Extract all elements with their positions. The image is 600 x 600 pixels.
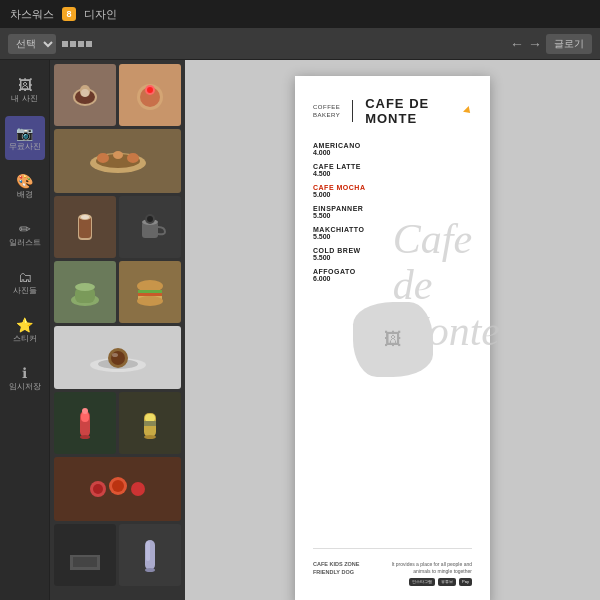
image-thumb-latte[interactable] bbox=[54, 196, 116, 258]
cafe-bakery-label: BAKERY bbox=[313, 111, 340, 119]
svg-point-10 bbox=[97, 153, 109, 163]
sidebar-item-photos[interactable]: 🗂 사진들 bbox=[5, 260, 45, 304]
image-thumb-coffee[interactable] bbox=[54, 64, 116, 126]
footer-kids-zone: CAFE KIDS ZONE bbox=[313, 561, 359, 567]
svg-point-33 bbox=[112, 353, 118, 357]
image-grid bbox=[54, 64, 181, 586]
svg-rect-39 bbox=[145, 414, 155, 422]
menu-name-americano: AMERICANO bbox=[313, 142, 472, 149]
menu-section: AMERICANO 4.000 CAFE LATTE 4.500 CAFE MO… bbox=[313, 142, 472, 282]
image-thumb-saucer[interactable] bbox=[54, 326, 181, 390]
svg-point-7 bbox=[147, 87, 153, 93]
free-photos-icon: 📷 bbox=[16, 125, 33, 141]
footer-pay-badge: Pay bbox=[459, 578, 472, 586]
image-panel[interactable] bbox=[50, 60, 185, 600]
sidebar-label-temp-save: 임시저장 bbox=[9, 383, 41, 392]
main-layout: 🖼 내 사진 📷 무료사진 🎨 배경 ✏ 일러스트 🗂 사진들 ⭐ 스티커 ℹ … bbox=[0, 60, 600, 600]
menu-item-affogato: AFFOGATO 6.000 bbox=[313, 268, 472, 282]
svg-point-16 bbox=[81, 215, 89, 219]
svg-point-37 bbox=[80, 435, 90, 439]
menu-item-cafe-mocha: CAFE MOCHA 5.000 bbox=[313, 184, 472, 198]
redo-button[interactable]: → bbox=[528, 36, 542, 52]
image-thumb-drink-yellow[interactable] bbox=[119, 392, 181, 454]
sidebar-label-free-photos: 무료사진 bbox=[9, 143, 41, 152]
image-thumb-pastry[interactable] bbox=[54, 129, 181, 193]
image-thumb-drink-red[interactable] bbox=[54, 392, 116, 454]
menu-price-cold-brew: 5.500 bbox=[313, 254, 472, 261]
undo-button[interactable]: ← bbox=[510, 36, 524, 52]
temp-save-icon: ℹ bbox=[22, 365, 27, 381]
svg-rect-40 bbox=[144, 421, 156, 426]
toolbar: 선택 ← → 글로기 bbox=[0, 28, 600, 60]
sidebar-item-free-photos[interactable]: 📷 무료사진 bbox=[5, 116, 45, 160]
blob-shape: 🖼 bbox=[353, 302, 433, 377]
menu-name-makchiatto: MAKCHIATTO bbox=[313, 226, 472, 233]
design-card: COFFEE BAKERY CAFE DE MONTE AMERICANO 4.… bbox=[295, 76, 490, 600]
menu-price-cafe-mocha: 5.000 bbox=[313, 191, 472, 198]
app-title: 차스워스 bbox=[10, 7, 54, 22]
svg-point-47 bbox=[131, 482, 145, 496]
illustration-icon: ✏ bbox=[19, 221, 31, 237]
app-subtitle: 디자인 bbox=[84, 7, 117, 22]
select-dropdown[interactable]: 선택 bbox=[8, 34, 56, 54]
sidebar-item-my-photos[interactable]: 🖼 내 사진 bbox=[5, 68, 45, 112]
sidebar-label-sticker: 스티커 bbox=[13, 335, 37, 344]
footer-right: It provides a place for all people and a… bbox=[382, 561, 472, 586]
sidebar-label-my-photos: 내 사진 bbox=[11, 95, 37, 104]
footer-friendly-dog: FRIENDLY DOG bbox=[313, 569, 359, 575]
card-header: COFFEE BAKERY CAFE DE MONTE bbox=[313, 96, 472, 126]
svg-rect-50 bbox=[73, 557, 97, 567]
menu-item-makchiatto: MAKCHIATTO 5.500 bbox=[313, 226, 472, 240]
menu-price-affogato: 6.000 bbox=[313, 275, 472, 282]
app-version-badge: 8 bbox=[62, 7, 76, 21]
svg-point-3 bbox=[81, 89, 89, 97]
sidebar-label-photos: 사진들 bbox=[13, 287, 37, 296]
canvas-area[interactable]: COFFEE BAKERY CAFE DE MONTE AMERICANO 4.… bbox=[185, 60, 600, 600]
image-thumb-burger[interactable] bbox=[119, 261, 181, 323]
svg-point-32 bbox=[111, 351, 125, 365]
grid-toggle[interactable] bbox=[62, 41, 92, 47]
image-thumb-tart[interactable] bbox=[119, 64, 181, 126]
image-thumb-flowers[interactable] bbox=[54, 457, 181, 521]
image-thumb-tea[interactable] bbox=[54, 261, 116, 323]
menu-name-cafe-mocha: CAFE MOCHA bbox=[313, 184, 472, 191]
cursor-icon bbox=[463, 106, 473, 116]
menu-price-einspanner: 5.500 bbox=[313, 212, 472, 219]
menu-item-cafe-latte: CAFE LATTE 4.500 bbox=[313, 163, 472, 177]
image-thumb-coffee-cup[interactable] bbox=[119, 196, 181, 258]
menu-price-cafe-latte: 4.500 bbox=[313, 170, 472, 177]
menu-price-americano: 4.000 bbox=[313, 149, 472, 156]
footer-left: CAFE KIDS ZONE FRIENDLY DOG bbox=[313, 561, 359, 575]
sidebar-label-background: 배경 bbox=[17, 191, 33, 200]
sidebar-item-sticker[interactable]: ⭐ 스티커 bbox=[5, 308, 45, 352]
svg-point-41 bbox=[144, 435, 156, 439]
image-thumb-dark[interactable] bbox=[54, 524, 116, 586]
background-icon: 🎨 bbox=[16, 173, 33, 189]
my-photos-icon: 🖼 bbox=[18, 77, 32, 93]
sidebar-item-background[interactable]: 🎨 배경 bbox=[5, 164, 45, 208]
sticker-icon: ⭐ bbox=[16, 317, 33, 333]
menu-price-makchiatto: 5.500 bbox=[313, 233, 472, 240]
photos-icon: 🗂 bbox=[18, 269, 32, 285]
menu-item-americano: AMERICANO 4.000 bbox=[313, 142, 472, 156]
footer-youtube-badge: 유튜브 bbox=[438, 578, 456, 586]
top-bar: 차스워스 8 디자인 bbox=[0, 0, 600, 28]
zoom-label: 글로기 bbox=[546, 34, 592, 54]
image-thumb-glass[interactable] bbox=[119, 524, 181, 586]
svg-point-36 bbox=[82, 408, 88, 414]
footer-icons: 인스타그램 유튜브 Pay bbox=[382, 578, 472, 586]
svg-point-12 bbox=[127, 153, 139, 163]
image-placeholder-icon: 🖼 bbox=[384, 329, 402, 350]
svg-point-11 bbox=[113, 151, 123, 159]
menu-name-cold-brew: COLD BREW bbox=[313, 247, 472, 254]
svg-point-44 bbox=[93, 484, 103, 494]
sidebar-item-temp-save[interactable]: ℹ 임시저장 bbox=[5, 356, 45, 400]
card-footer: CAFE KIDS ZONE FRIENDLY DOG It provides … bbox=[313, 548, 472, 586]
menu-item-einspanner: EINSPANNER 5.500 bbox=[313, 205, 472, 219]
sidebar-item-illustration[interactable]: ✏ 일러스트 bbox=[5, 212, 45, 256]
header-divider bbox=[352, 100, 353, 122]
menu-item-cold-brew: COLD BREW 5.500 bbox=[313, 247, 472, 261]
sidebar: 🖼 내 사진 📷 무료사진 🎨 배경 ✏ 일러스트 🗂 사진들 ⭐ 스티커 ℹ … bbox=[0, 60, 50, 600]
menu-name-cafe-latte: CAFE LATTE bbox=[313, 163, 472, 170]
cafe-coffee-label: COFFEE bbox=[313, 103, 340, 111]
